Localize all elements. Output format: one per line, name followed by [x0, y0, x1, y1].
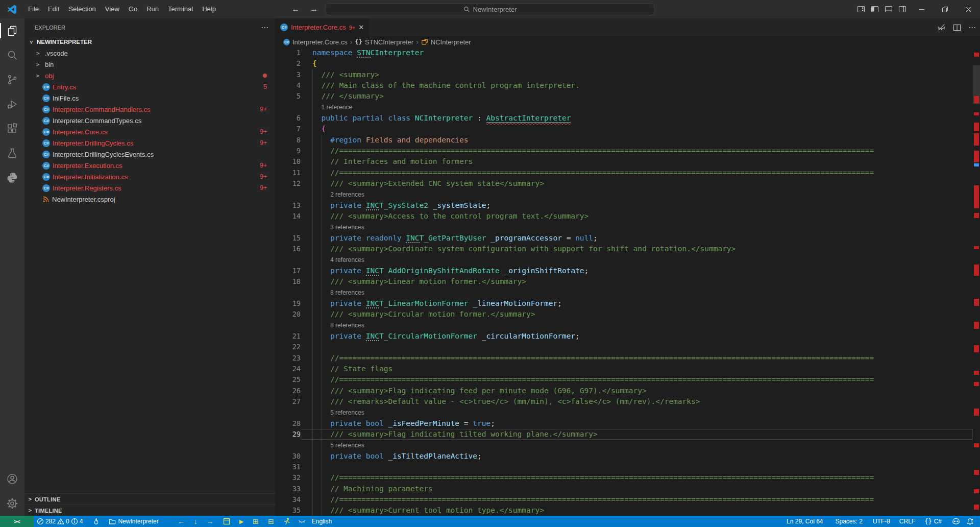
toggle-sidebar-icon[interactable] — [868, 3, 881, 16]
section-timeline[interactable]: >TIMELINE — [24, 505, 275, 516]
step-forward-button[interactable]: → — [202, 516, 218, 527]
menu-edit[interactable]: Edit — [43, 3, 64, 16]
code-line-29[interactable]: 29 /// <summary>Flag indicating tilted w… — [275, 429, 973, 440]
codelens-references[interactable]: 1 reference — [275, 102, 973, 113]
code-line-21[interactable]: 21 private INCT_CircularMotionFormer _ci… — [275, 331, 973, 342]
settings-gear-icon[interactable] — [0, 491, 24, 516]
codelens-references[interactable]: 8 references — [275, 320, 973, 331]
encoding-item[interactable]: UTF-8 — [870, 516, 893, 527]
code-line-3[interactable]: 3 /// <summary> — [275, 69, 973, 80]
copilot-status-icon[interactable] — [949, 516, 963, 527]
code-editor[interactable]: 1namespace STNCInterpreter2{3 /// <summa… — [275, 47, 973, 516]
editor-more-actions-icon[interactable]: ⋯ — [968, 23, 976, 32]
customize-layout-icon[interactable] — [854, 3, 868, 16]
menu-help[interactable]: Help — [198, 3, 220, 16]
file-item-Interpreter.DrillingCyclesEvents.cs[interactable]: C#Interpreter.DrillingCyclesEvents.cs — [24, 149, 275, 160]
code-line-8[interactable]: 8 #region Fields and dependencies — [275, 135, 973, 146]
explorer-icon[interactable] — [0, 18, 24, 43]
section-outline[interactable]: >OUTLINE — [24, 493, 275, 505]
restore-button[interactable] — [933, 0, 957, 18]
step-back-button[interactable]: ← — [173, 516, 189, 527]
menu-selection[interactable]: Selection — [64, 3, 100, 16]
file-item-Interpreter.DrillingCycles.cs[interactable]: C#Interpreter.DrillingCycles.cs9+ — [24, 137, 275, 149]
tab-interpreter-core[interactable]: C# Interpreter.Core.cs 9+ ✕ — [275, 18, 369, 36]
code-line-6[interactable]: 6 public partial class NCInterpreter : A… — [275, 113, 973, 124]
code-line-35[interactable]: 35 /// <summary>Current tool motion type… — [275, 505, 973, 516]
breadcrumb-class[interactable]: NCInterpreter — [431, 38, 471, 46]
source-control-icon[interactable] — [0, 67, 24, 92]
menu-view[interactable]: View — [101, 3, 124, 16]
explorer-more-actions-icon[interactable]: ⋯ — [261, 23, 269, 32]
toggle-panel-icon[interactable] — [882, 3, 895, 16]
indentation-item[interactable]: Spaces: 2 — [832, 516, 865, 527]
remote-indicator[interactable]: >< — [0, 516, 34, 527]
run-person-icon[interactable] — [279, 516, 295, 527]
menu-run[interactable]: Run — [142, 3, 163, 16]
code-line-18[interactable]: 18 /// <summary>Linear motion former.</s… — [275, 276, 973, 287]
project-status-item[interactable]: NewInterpreter — [106, 516, 161, 527]
code-line-23[interactable]: 23 //===================================… — [275, 353, 973, 364]
run-button[interactable]: ▶ — [235, 516, 248, 527]
cursor-position-item[interactable]: Ln 29, Col 64 — [783, 516, 826, 527]
file-item-Entry.cs[interactable]: C#Entry.cs5 — [24, 81, 275, 92]
menu-file[interactable]: File — [23, 3, 43, 16]
file-item-IniFile.cs[interactable]: C#IniFile.cs — [24, 92, 275, 104]
language-mode-item[interactable]: {} C# — [921, 516, 945, 527]
codelens-references[interactable]: 5 references — [275, 407, 973, 418]
close-window-button[interactable] — [957, 0, 980, 18]
menu-go[interactable]: Go — [124, 3, 142, 16]
account-icon[interactable] — [0, 467, 24, 491]
code-line-5[interactable]: 5 /// </summary> — [275, 91, 973, 102]
code-line-10[interactable]: 10 // Interfaces and motion formers — [275, 156, 973, 167]
codelens-references[interactable]: 8 references — [275, 288, 973, 298]
notifications-bell-icon[interactable] — [963, 516, 977, 527]
file-item-Interpreter.Initialization.cs[interactable]: C#Interpreter.Initialization.cs9+ — [24, 171, 275, 182]
nav-forward-icon[interactable]: → — [308, 5, 320, 14]
menu-terminal[interactable]: Terminal — [163, 3, 198, 16]
breadcrumb-namespace[interactable]: STNCInterpreter — [365, 38, 413, 46]
window-tool-button[interactable] — [218, 516, 235, 527]
step-down-button[interactable]: ↓ — [189, 516, 202, 527]
split-editor-icon[interactable] — [953, 23, 961, 32]
nav-back-icon[interactable]: ← — [290, 5, 301, 14]
file-item-Interpreter.Registers.cs[interactable]: C#Interpreter.Registers.cs9+ — [24, 182, 275, 194]
file-item-Interpreter.Execution.cs[interactable]: C#Interpreter.Execution.cs9+ — [24, 160, 275, 171]
code-line-15[interactable]: 15 private readonly INCT_GetPartByUser _… — [275, 233, 973, 244]
toggle-blame-eye-closed-icon[interactable] — [937, 23, 946, 32]
eye-status-icon[interactable] — [295, 516, 309, 527]
code-line-25[interactable]: 25 //===================================… — [275, 374, 973, 385]
code-line-7[interactable]: 7 { — [275, 124, 973, 134]
code-line-20[interactable]: 20 /// <summary>Circular motion former.<… — [275, 309, 973, 320]
minimize-button[interactable] — [910, 0, 933, 18]
run-and-debug-icon[interactable] — [0, 92, 24, 116]
file-item-Interpreter.CommandTypes.cs[interactable]: C#Interpreter.CommandTypes.cs — [24, 115, 275, 126]
code-line-13[interactable]: 13 private INCT_SysState2 _systemState; — [275, 200, 973, 211]
python-icon[interactable] — [0, 165, 24, 190]
code-line-27[interactable]: 27 /// <remarks>Default value - <c>true<… — [275, 396, 973, 407]
code-line-11[interactable]: 11 //===================================… — [275, 167, 973, 178]
zoom-out-button[interactable]: ⊟ — [263, 516, 279, 527]
search-sidebar-icon[interactable] — [0, 43, 24, 67]
file-item-Interpreter.CommandHandlers.cs[interactable]: C#Interpreter.CommandHandlers.cs9+ — [24, 104, 275, 115]
code-line-31[interactable]: 31 — [275, 462, 973, 472]
code-line-4[interactable]: 4 /// Main class of the machine control … — [275, 80, 973, 91]
code-line-12[interactable]: 12 /// <summary>Extended CNC system stat… — [275, 178, 973, 189]
workspace-root-folder[interactable]: > NEWINTERPRETER — [24, 36, 275, 47]
folder-item-bin[interactable]: >bin — [24, 59, 275, 70]
codelens-references[interactable]: 4 references — [275, 255, 973, 266]
code-line-17[interactable]: 17 private INCT_AddOriginByShiftAndRotat… — [275, 266, 973, 276]
code-line-19[interactable]: 19 private INCT_LinearMotionFormer _line… — [275, 298, 973, 309]
code-line-16[interactable]: 16 /// <summary>Coordinate system config… — [275, 244, 973, 254]
codelens-references[interactable]: 3 references — [275, 222, 973, 233]
toggle-secondary-sidebar-icon[interactable] — [896, 3, 909, 16]
code-line-28[interactable]: 28 private bool _isFeedPerMinute = true; — [275, 418, 973, 429]
codelens-references[interactable]: 2 references — [275, 189, 973, 200]
tab-close-icon[interactable]: ✕ — [358, 23, 364, 31]
eol-item[interactable]: CRLF — [896, 516, 918, 527]
flame-status-icon[interactable] — [90, 516, 103, 527]
keyboard-language-item[interactable]: English — [309, 516, 335, 527]
testing-icon[interactable] — [0, 141, 24, 165]
code-line-2[interactable]: 2{ — [275, 58, 973, 69]
folder-item-obj[interactable]: >obj — [24, 70, 275, 81]
code-line-22[interactable]: 22 — [275, 342, 973, 352]
